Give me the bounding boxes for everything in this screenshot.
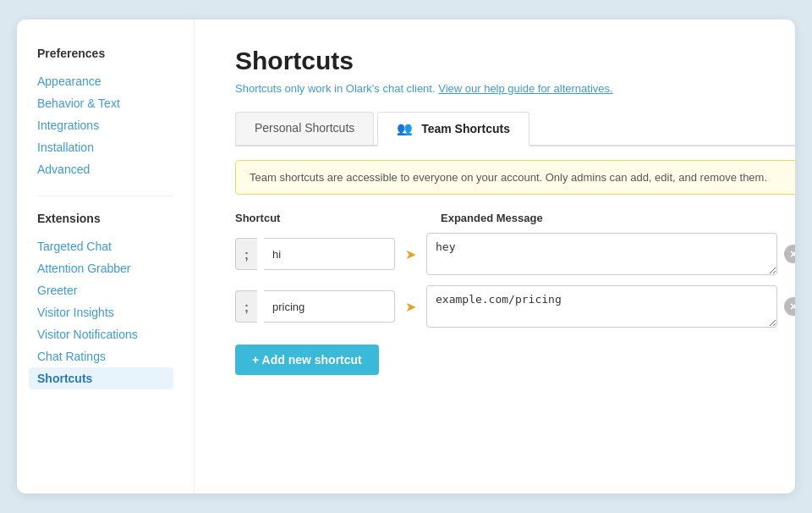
subtitle-link[interactable]: View our help guide for alternatives. <box>438 82 612 95</box>
semicolon-icon-2: ; <box>244 300 249 314</box>
tabs-container: Personal Shortcuts 👥 Team Shortcuts <box>235 112 795 146</box>
sidebar-item-shortcuts[interactable]: Shortcuts <box>29 367 173 389</box>
tab-team-label: Team Shortcuts <box>421 122 510 135</box>
team-icon: 👥 <box>397 121 413 135</box>
subtitle-text: Shortcuts only work in Olark's chat clie… <box>235 82 436 95</box>
shortcut-prefix-2: ; <box>235 290 257 323</box>
tab-personal[interactable]: Personal Shortcuts <box>235 112 374 145</box>
sidebar-item-appearance[interactable]: Appearance <box>37 70 173 92</box>
notice-text: Team shortcuts are accessible to everyon… <box>250 171 767 184</box>
sidebar-item-targeted-chat[interactable]: Targeted Chat <box>37 235 173 257</box>
expanded-input-2[interactable]: example.com/pricing <box>426 285 777 328</box>
extensions-section-title: Extensions <box>37 212 173 225</box>
sidebar-item-chat-ratings[interactable]: Chat Ratings <box>37 345 173 367</box>
form-headers: Shortcut Expanded Message <box>235 212 795 224</box>
shortcut-input-1[interactable] <box>264 238 395 270</box>
sidebar-item-integrations[interactable]: Integrations <box>37 114 173 136</box>
sidebar-item-attention-grabber[interactable]: Attention Grabber <box>37 257 173 279</box>
sidebar-item-visitor-insights[interactable]: Visitor Insights <box>37 301 173 323</box>
subtitle: Shortcuts only work in Olark's chat clie… <box>235 82 795 95</box>
sidebar-item-visitor-notifications[interactable]: Visitor Notifications <box>37 323 173 345</box>
page-title: Shortcuts <box>235 47 795 75</box>
sidebar: Preferences Appearance Behavior & Text I… <box>17 19 195 494</box>
shortcut-row-2: ; ➤ example.com/pricing × <box>235 285 795 328</box>
shortcut-input-2[interactable] <box>264 290 395 323</box>
shortcut-prefix-1: ; <box>235 238 257 270</box>
preferences-section-title: Preferences <box>37 47 173 60</box>
remove-icon-2: × <box>790 300 795 313</box>
column-shortcut-header: Shortcut <box>235 212 400 224</box>
column-expanded-header: Expanded Message <box>441 212 543 224</box>
sidebar-item-advanced[interactable]: Advanced <box>37 158 173 180</box>
add-shortcut-button[interactable]: + Add new shortcut <box>235 345 379 375</box>
remove-button-1[interactable]: × <box>784 245 795 263</box>
main-content: Shortcuts Shortcuts only work in Olark's… <box>195 19 795 494</box>
shortcut-row-1: ; ➤ hey × <box>235 233 795 275</box>
arrow-icon-2: ➤ <box>405 299 416 315</box>
tab-team[interactable]: 👥 Team Shortcuts <box>377 112 529 146</box>
sidebar-item-greeter[interactable]: Greeter <box>37 279 173 301</box>
arrow-icon-1: ➤ <box>405 246 416 262</box>
notice-box: Team shortcuts are accessible to everyon… <box>235 160 795 195</box>
expanded-input-1[interactable]: hey <box>426 233 777 275</box>
sidebar-item-behavior-text[interactable]: Behavior & Text <box>37 92 173 114</box>
remove-button-2[interactable]: × <box>784 297 795 316</box>
sidebar-item-installation[interactable]: Installation <box>37 136 173 158</box>
semicolon-icon-1: ; <box>244 247 249 262</box>
sidebar-divider <box>37 196 173 196</box>
tab-personal-label: Personal Shortcuts <box>255 121 354 135</box>
app-container: Preferences Appearance Behavior & Text I… <box>17 19 795 494</box>
remove-icon-1: × <box>790 247 795 261</box>
